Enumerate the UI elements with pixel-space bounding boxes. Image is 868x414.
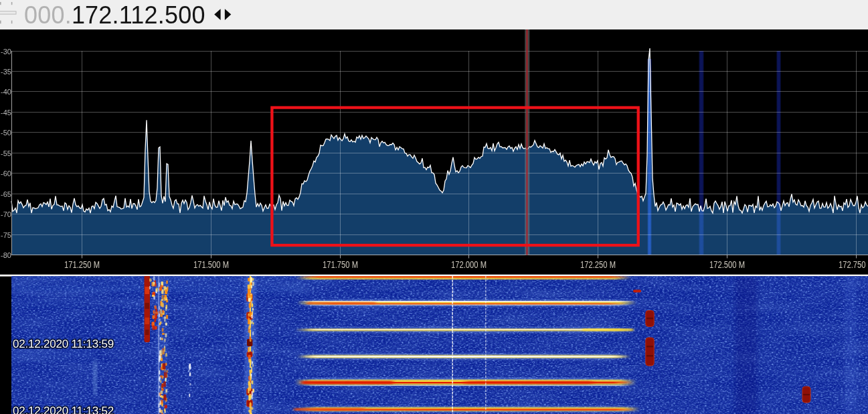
svg-text:02.12.2020 11:13:59: 02.12.2020 11:13:59: [13, 338, 114, 350]
svg-text:-70: -70: [1, 210, 11, 218]
svg-text:172.000 M: 172.000 M: [451, 260, 487, 270]
svg-text:-65: -65: [1, 190, 11, 198]
svg-text:-45: -45: [1, 109, 11, 117]
svg-text:-80: -80: [1, 251, 11, 259]
svg-text:171.750 M: 171.750 M: [323, 260, 358, 270]
svg-text:-35: -35: [1, 68, 11, 76]
svg-text:172.750 M: 172.750 M: [839, 260, 868, 270]
svg-text:172.250 M: 172.250 M: [580, 260, 616, 270]
svg-text:-60: -60: [1, 169, 11, 178]
svg-text:02.12.2020 11:13:52: 02.12.2020 11:13:52: [13, 405, 114, 414]
svg-text:-50: -50: [1, 129, 11, 137]
svg-text:-40: -40: [1, 88, 11, 96]
svg-text:-30: -30: [1, 48, 11, 56]
svg-text:172.500 M: 172.500 M: [709, 260, 745, 270]
svg-text:171.500 M: 171.500 M: [193, 260, 229, 270]
svg-text:171.250 M: 171.250 M: [64, 260, 100, 270]
svg-text:-75: -75: [1, 231, 11, 239]
svg-text:-55: -55: [1, 149, 11, 157]
